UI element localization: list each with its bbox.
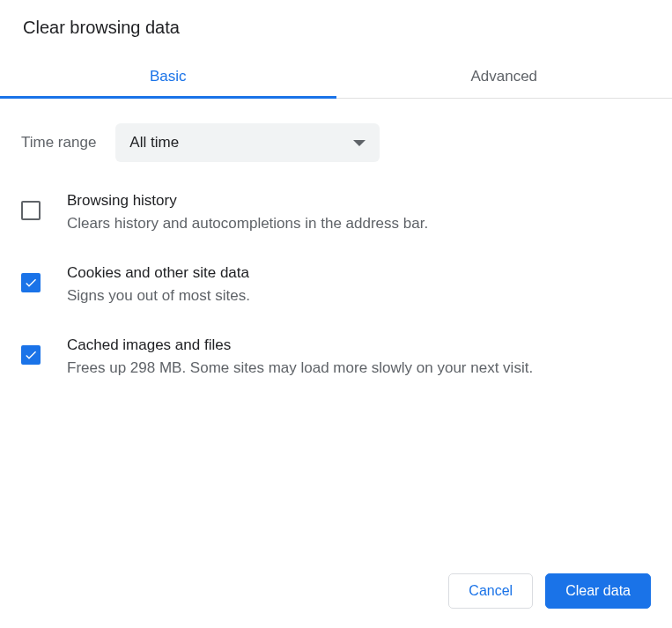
option-text: Browsing history Clears history and auto…	[67, 192, 651, 234]
tab-basic[interactable]: Basic	[0, 57, 336, 98]
tabs: Basic Advanced	[0, 57, 672, 99]
option-title: Browsing history	[67, 192, 651, 210]
check-icon	[24, 348, 38, 362]
time-range-select[interactable]: All time	[115, 123, 380, 162]
cancel-button[interactable]: Cancel	[448, 573, 533, 609]
time-range-value: All time	[129, 134, 179, 151]
clear-browsing-data-dialog: Clear browsing data Basic Advanced Time …	[0, 0, 672, 628]
option-subtitle: Signs you out of most sites.	[67, 285, 651, 307]
option-title: Cached images and files	[67, 336, 651, 354]
checkbox-browsing-history[interactable]	[21, 201, 41, 220]
check-icon	[24, 276, 38, 290]
dialog-footer: Cancel Clear data	[21, 556, 651, 628]
option-title: Cookies and other site data	[67, 264, 651, 282]
option-browsing-history: Browsing history Clears history and auto…	[21, 192, 651, 234]
time-range-label: Time range	[21, 134, 96, 151]
option-text: Cookies and other site data Signs you ou…	[67, 264, 651, 307]
tab-advanced[interactable]: Advanced	[336, 57, 673, 98]
caret-down-icon	[353, 140, 366, 146]
option-cookies: Cookies and other site data Signs you ou…	[21, 264, 651, 307]
checkbox-cache[interactable]	[21, 345, 41, 365]
option-subtitle: Frees up 298 MB. Some sites may load mor…	[67, 358, 651, 379]
dialog-title: Clear browsing data	[21, 18, 651, 38]
clear-data-button[interactable]: Clear data	[545, 573, 651, 609]
time-range-row: Time range All time	[21, 123, 651, 162]
option-cache: Cached images and files Frees up 298 MB.…	[21, 336, 651, 379]
checkbox-cookies[interactable]	[21, 273, 41, 292]
option-subtitle: Clears history and autocompletions in th…	[67, 213, 651, 234]
option-text: Cached images and files Frees up 298 MB.…	[67, 336, 651, 379]
